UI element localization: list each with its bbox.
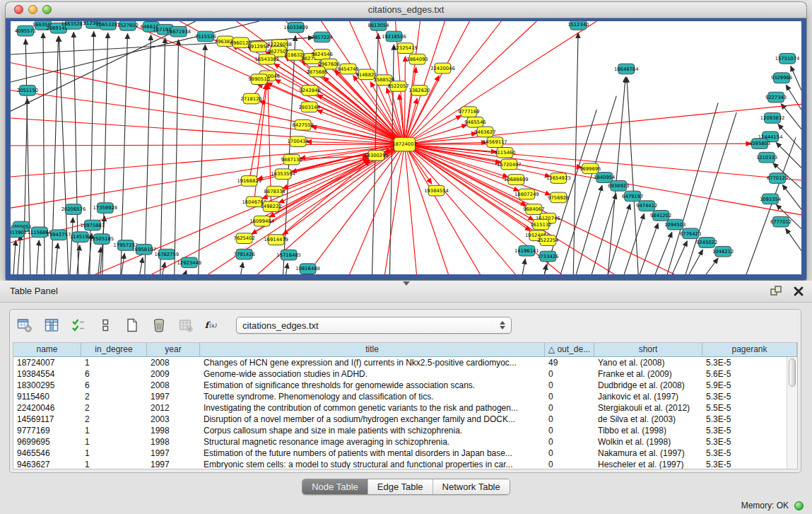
table-panel-header: Table Panel: [0, 281, 812, 303]
graph-edge: [624, 214, 644, 274]
table-cell: 1998: [147, 436, 200, 448]
table-row[interactable]: 969969511998Structural magnetic resonanc…: [13, 436, 797, 448]
table-row[interactable]: 1456911722003Disruption of a novel membe…: [13, 414, 797, 425]
table-row[interactable]: 2242004622012Investigating the contribut…: [13, 402, 797, 414]
table-cell: 0: [545, 380, 594, 391]
graph-edge: [627, 77, 638, 274]
table-cell: Tourette syndrome. Phenomenology and cla…: [200, 391, 545, 402]
network-window-titlebar[interactable]: citations_edges.txt: [6, 2, 806, 18]
table-row[interactable]: 1938455462009Genome-wide association stu…: [13, 368, 797, 380]
new-column-icon[interactable]: [123, 316, 141, 334]
table-row[interactable]: 946554611997Estimation of the future num…: [13, 448, 797, 459]
table-selector-dropdown[interactable]: citations_edges.txt: [236, 317, 512, 334]
table-row[interactable]: 946362711997Embryonic stem cells: a mode…: [13, 459, 797, 469]
graph-node-label: 16782759: [155, 252, 180, 257]
graph-node-label: 8813054: [367, 23, 389, 28]
graph-edge: [786, 228, 801, 250]
citation-network-graph[interactable]: 1663581409557120691406166352875123048106…: [11, 21, 801, 274]
table-row[interactable]: 977716911998Corpus callosum shape and si…: [13, 425, 797, 436]
table-cell: 0: [545, 459, 594, 469]
graph-edge: [689, 250, 702, 274]
graph-edge: [522, 259, 525, 274]
delete-table-icon[interactable]: [177, 316, 195, 334]
rows-icon[interactable]: [96, 316, 114, 334]
table-settings-icon[interactable]: [16, 316, 34, 334]
graph-node-label: 4095571: [15, 28, 36, 34]
graph-edge: [241, 262, 243, 274]
table-cell: 19384554: [13, 368, 81, 380]
graph-node-label: 13654923: [546, 175, 571, 181]
table-cell: 0: [545, 425, 594, 436]
graph-node-label: 8454749: [337, 66, 358, 72]
table-row[interactable]: 911546021997Tourette syndrome. Phenomeno…: [13, 391, 797, 402]
graph-node-label: 6479197: [622, 194, 643, 199]
graph-node-label: 9699695: [579, 166, 601, 172]
svg-text:(x): (x): [209, 322, 217, 329]
table-cell: 5.3E-5: [702, 414, 797, 425]
close-panel-icon[interactable]: [792, 285, 805, 298]
graph-edge: [640, 223, 658, 274]
graph-edge: [405, 21, 470, 144]
table-cell: 9699695: [13, 436, 81, 448]
column-header-title[interactable]: title: [200, 343, 545, 356]
table-body: 1872400712008Changes of HCN gene express…: [13, 357, 797, 469]
graph-edge: [199, 45, 206, 274]
graph-edge: [11, 144, 405, 146]
graph-node-label: 15751074: [775, 56, 800, 62]
table-cell: 0: [545, 436, 594, 448]
table-cell: Estimation of significance thresholds fo…: [200, 380, 545, 391]
table-type-tabs: Node TableEdge TableNetwork Table: [302, 479, 510, 495]
graph-edge: [140, 257, 143, 274]
graph-node-label: 2051150: [17, 88, 38, 93]
column-header-short[interactable]: short: [594, 343, 702, 356]
column-header-name[interactable]: name: [13, 343, 81, 356]
panel-splitter-grip[interactable]: [403, 281, 410, 286]
tab-edge-table[interactable]: Edge Table: [367, 479, 433, 494]
table-cell: Yano et al. (2008): [594, 357, 702, 368]
column-header-pagerank[interactable]: pagerank: [702, 343, 797, 356]
table-cell: 2008: [147, 357, 200, 368]
table-vertical-scrollbar[interactable]: [787, 357, 797, 469]
table-cell: 0: [545, 414, 594, 425]
column-header-out-de-[interactable]: △ out_de...: [545, 343, 594, 356]
tab-node-table[interactable]: Node Table: [302, 479, 367, 494]
graph-node-label: 12325419: [393, 45, 418, 51]
function-builder-icon[interactable]: f (x): [204, 316, 222, 334]
tab-network-table[interactable]: Network Table: [433, 479, 510, 494]
table-cell: Nakamura et al. (1997): [594, 448, 702, 459]
table-cell: Franke et al. (2009): [594, 368, 702, 380]
scrollbar-thumb[interactable]: [789, 358, 796, 387]
graph-edge: [544, 110, 596, 274]
graph-node-label: 8912954: [248, 45, 269, 50]
column-header-in-degree[interactable]: in_degree: [81, 343, 147, 356]
column-header-year[interactable]: year: [147, 343, 200, 356]
graph-edge: [259, 101, 404, 144]
minimize-window-button[interactable]: [28, 5, 37, 14]
graph-node-label: 1864093: [406, 57, 428, 62]
table-cell: 9463627: [13, 459, 81, 469]
graph-edge: [576, 185, 602, 274]
float-panel-icon[interactable]: [770, 285, 782, 298]
table-cell: 0: [545, 368, 594, 380]
memory-status-indicator: [794, 501, 804, 510]
graph-node-label: 22420046: [430, 66, 455, 71]
graph-node-label: 9887130: [281, 157, 302, 163]
table-cell: Changes of HCN gene expression and I(f) …: [200, 357, 545, 368]
graph-node-label: 1094503: [664, 222, 686, 228]
table-cell: 6: [81, 368, 147, 380]
table-cell: 9777169: [13, 425, 81, 436]
table-row[interactable]: 1872400712008Changes of HCN gene express…: [13, 357, 797, 368]
zoom-window-button[interactable]: [42, 5, 52, 14]
close-window-button[interactable]: [14, 5, 23, 14]
network-canvas[interactable]: 1663581409557120691406166352875123048106…: [11, 21, 801, 274]
table-header-row: namein_degreeyeartitle△ out_de...shortpa…: [13, 343, 797, 357]
graph-node-label: 6770123: [767, 175, 788, 181]
delete-column-icon[interactable]: [150, 316, 168, 334]
show-columns-icon[interactable]: [42, 316, 61, 334]
table-cell: 1: [81, 357, 147, 368]
graph-edge: [11, 90, 405, 144]
column-checklist-icon[interactable]: [69, 316, 88, 334]
graph-node-label: 19218506: [382, 34, 406, 40]
table-cell: Genome-wide association studies in ADHD.: [200, 368, 545, 380]
table-row[interactable]: 1830029562008Estimation of significance …: [13, 380, 797, 391]
